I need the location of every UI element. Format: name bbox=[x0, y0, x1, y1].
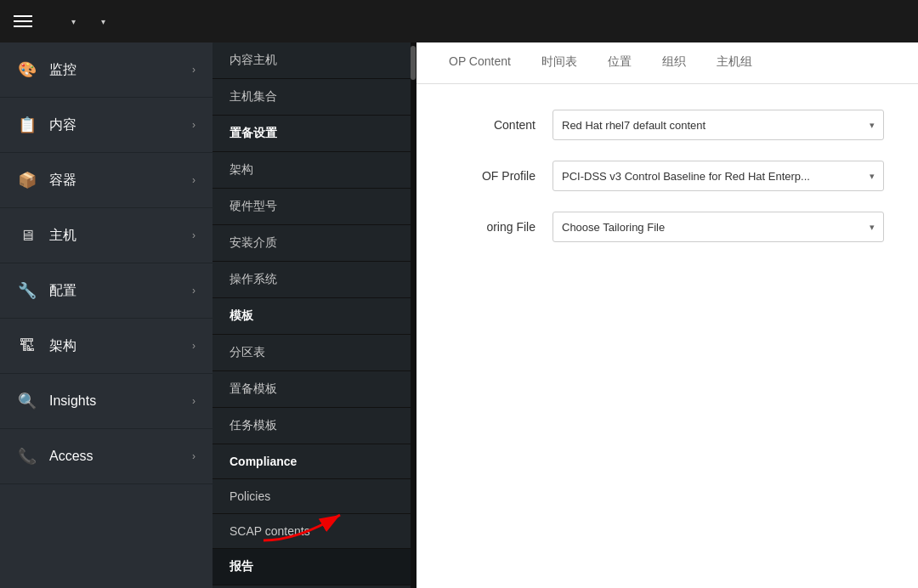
infra-icon: 🏗 bbox=[17, 336, 37, 356]
content-icon: 📋 bbox=[17, 115, 37, 135]
form-select-arrow-content-field: ▾ bbox=[870, 120, 875, 131]
host-chevron-icon: › bbox=[192, 229, 196, 241]
submenu-item-install-media[interactable]: 安装介质 bbox=[212, 225, 416, 262]
scroll-indicator bbox=[411, 42, 416, 588]
monitor-chevron-icon: › bbox=[192, 64, 196, 76]
tab-hostgroup[interactable]: 主机组 bbox=[701, 42, 768, 84]
submenu-item-partition[interactable]: 分区表 bbox=[212, 335, 416, 371]
form-select-arrow-of-profile-field: ▾ bbox=[870, 171, 875, 182]
submenu-header-templates: 模板 bbox=[212, 298, 416, 335]
form-select-arrow-tailoring-file-field: ▾ bbox=[870, 222, 875, 233]
access-chevron-icon: › bbox=[192, 450, 196, 462]
sidebar-label-infra: 架构 bbox=[49, 337, 76, 355]
submenu-header-compliance: Compliance bbox=[212, 444, 416, 479]
sidebar-item-monitor[interactable]: 🎨 监控 › bbox=[0, 42, 212, 98]
submenu-item-scap-contents[interactable]: SCAP contents bbox=[212, 514, 416, 549]
submenu-item-reports[interactable]: 报告 bbox=[212, 549, 416, 585]
sidebar-item-access[interactable]: 📞 Access › bbox=[0, 429, 212, 484]
sidebar-item-container[interactable]: 📦 容器 › bbox=[0, 153, 212, 208]
sidebar-item-insights[interactable]: 🔍 Insights › bbox=[0, 374, 212, 429]
submenu-item-job-tmpl[interactable]: 任务模板 bbox=[212, 408, 416, 444]
submenu-item-policies[interactable]: Policies bbox=[212, 479, 416, 514]
sidebar-item-left-insights: 🔍 Insights bbox=[17, 391, 96, 411]
container-chevron-icon: › bbox=[192, 174, 196, 186]
tab-op-content[interactable]: OP Content bbox=[434, 42, 526, 84]
content-area: OP Content时间表位置组织主机组 Content Red Hat rhe… bbox=[416, 42, 918, 588]
org-chevron-icon: ▾ bbox=[71, 17, 76, 26]
tab-schedule[interactable]: 时间表 bbox=[526, 42, 592, 84]
submenu-item-hw-model[interactable]: 硬件型号 bbox=[212, 189, 416, 225]
scroll-thumb bbox=[411, 46, 416, 80]
monitor-icon: 🎨 bbox=[17, 59, 37, 80]
insights-icon: 🔍 bbox=[17, 391, 37, 411]
main-layout: 🎨 监控 › 📋 内容 › 📦 容器 › 🖥 主机 › 🔧 bbox=[0, 42, 918, 588]
container-icon: 📦 bbox=[17, 170, 37, 190]
content-chevron-icon: › bbox=[192, 119, 196, 131]
sidebar-label-insights: Insights bbox=[49, 393, 96, 409]
form-row-content-field: Content Red Hat rhel7 default content ▾ bbox=[450, 110, 884, 140]
form-select-content-field[interactable]: Red Hat rhel7 default content ▾ bbox=[552, 110, 884, 140]
sidebar-label-content: 内容 bbox=[49, 116, 76, 134]
form-row-of-profile-field: OF Profile PCI-DSS v3 Control Baseline f… bbox=[450, 161, 884, 191]
sidebar-label-access: Access bbox=[49, 449, 94, 464]
access-icon: 📞 bbox=[17, 446, 37, 466]
sidebar-item-left-container: 📦 容器 bbox=[17, 170, 76, 190]
form-select-of-profile-field[interactable]: PCI-DSS v3 Control Baseline for Red Hat … bbox=[552, 161, 884, 191]
sidebar-item-content[interactable]: 📋 内容 › bbox=[0, 98, 212, 153]
sidebar-item-host[interactable]: 🖥 主机 › bbox=[0, 208, 212, 263]
tabs-bar: OP Content时间表位置组织主机组 bbox=[416, 42, 918, 84]
submenu-panel: 内容主机主机集合置备设置架构硬件型号安装介质操作系统模板分区表置备模板任务模板C… bbox=[212, 42, 416, 588]
submenu-item-os[interactable]: 操作系统 bbox=[212, 262, 416, 298]
sidebar-item-config[interactable]: 🔧 配置 › bbox=[0, 263, 212, 319]
sidebar-label-monitor: 监控 bbox=[49, 61, 76, 79]
sidebar-item-infra[interactable]: 🏗 架构 › bbox=[0, 319, 212, 374]
sidebar-label-config: 配置 bbox=[49, 282, 76, 300]
submenu-item-arch[interactable]: 架构 bbox=[212, 152, 416, 189]
form-select-text-content-field: Red Hat rhel7 default content bbox=[562, 119, 706, 132]
sidebar-item-left-infra: 🏗 架构 bbox=[17, 336, 76, 356]
submenu-item-provision-tmpl[interactable]: 置备模板 bbox=[212, 371, 416, 408]
sidebar-item-left-access: 📞 Access bbox=[17, 446, 94, 466]
form-label-tailoring-file-field: oring File bbox=[450, 220, 536, 234]
form-label-of-profile-field: OF Profile bbox=[450, 169, 536, 183]
sidebar-item-left-content: 📋 内容 bbox=[17, 115, 76, 135]
top-navigation: ▾ ▾ bbox=[0, 0, 918, 42]
form-row-tailoring-file-field: oring File Choose Tailoring File ▾ bbox=[450, 212, 884, 242]
form-select-tailoring-file-field[interactable]: Choose Tailoring File ▾ bbox=[552, 212, 884, 242]
form-content: Content Red Hat rhel7 default content ▾ … bbox=[416, 84, 918, 268]
config-icon: 🔧 bbox=[17, 280, 37, 301]
submenu-item-content-hosts[interactable]: 内容主机 bbox=[212, 42, 416, 79]
form-label-content-field: Content bbox=[450, 118, 536, 132]
insights-chevron-icon: › bbox=[192, 395, 196, 407]
sidebar: 🎨 监控 › 📋 内容 › 📦 容器 › 🖥 主机 › 🔧 bbox=[0, 42, 212, 588]
sidebar-item-left-host: 🖥 主机 bbox=[17, 225, 76, 246]
loc-selector[interactable]: ▾ bbox=[96, 17, 105, 26]
form-select-text-tailoring-file-field: Choose Tailoring File bbox=[562, 221, 665, 234]
config-chevron-icon: › bbox=[192, 285, 196, 297]
org-selector[interactable]: ▾ bbox=[66, 17, 76, 26]
sidebar-item-left-monitor: 🎨 监控 bbox=[17, 59, 76, 80]
tab-org[interactable]: 组织 bbox=[647, 42, 701, 84]
submenu-header-provisioning: 置备设置 bbox=[212, 116, 416, 152]
host-icon: 🖥 bbox=[17, 225, 37, 246]
tab-location[interactable]: 位置 bbox=[592, 42, 647, 84]
form-select-text-of-profile-field: PCI-DSS v3 Control Baseline for Red Hat … bbox=[562, 170, 810, 183]
sidebar-label-container: 容器 bbox=[49, 172, 76, 189]
loc-chevron-icon: ▾ bbox=[101, 17, 105, 26]
sidebar-label-host: 主机 bbox=[49, 227, 76, 245]
submenu-item-host-collections[interactable]: 主机集合 bbox=[212, 79, 416, 116]
sidebar-item-left-config: 🔧 配置 bbox=[17, 280, 76, 301]
infra-chevron-icon: › bbox=[192, 340, 196, 352]
hamburger-menu[interactable] bbox=[14, 15, 32, 27]
